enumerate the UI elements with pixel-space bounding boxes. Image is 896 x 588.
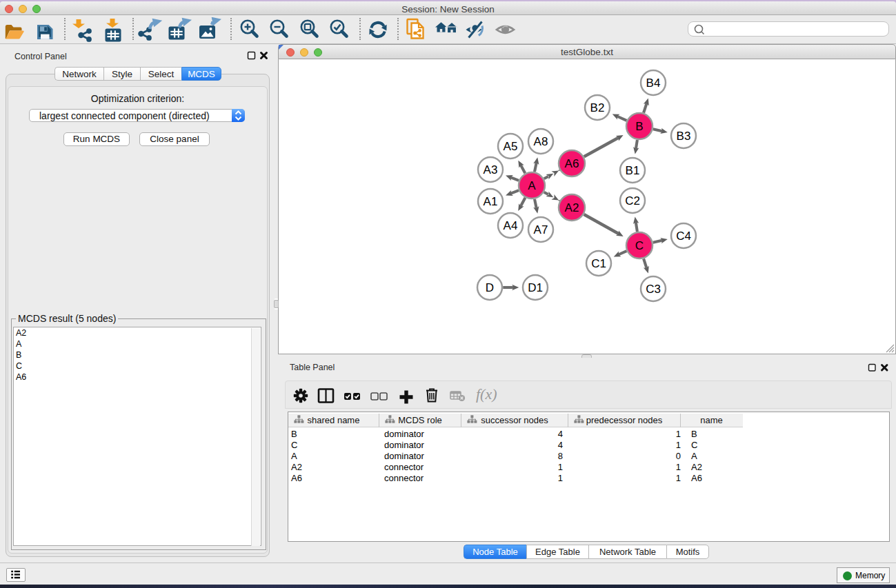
svg-text:A8: A8 <box>534 135 548 148</box>
svg-text:C2: C2 <box>625 194 640 207</box>
svg-text:A1: A1 <box>484 195 498 208</box>
svg-text:C1: C1 <box>591 257 606 270</box>
svg-text:A6: A6 <box>565 157 579 170</box>
svg-text:A3: A3 <box>484 163 498 176</box>
svg-text:A7: A7 <box>534 223 548 236</box>
svg-text:C4: C4 <box>676 230 691 243</box>
svg-text:C3: C3 <box>646 283 661 296</box>
svg-text:B4: B4 <box>646 77 661 90</box>
svg-text:A2: A2 <box>565 201 579 214</box>
svg-text:C: C <box>635 239 644 252</box>
svg-text:B3: B3 <box>677 130 691 143</box>
svg-text:D1: D1 <box>528 281 543 294</box>
svg-text:A4: A4 <box>504 219 518 232</box>
svg-text:B: B <box>635 120 643 133</box>
svg-text:A5: A5 <box>504 140 518 153</box>
svg-text:B2: B2 <box>590 101 605 114</box>
svg-text:D: D <box>486 281 494 294</box>
svg-text:B1: B1 <box>626 164 640 177</box>
svg-text:A: A <box>528 179 536 192</box>
